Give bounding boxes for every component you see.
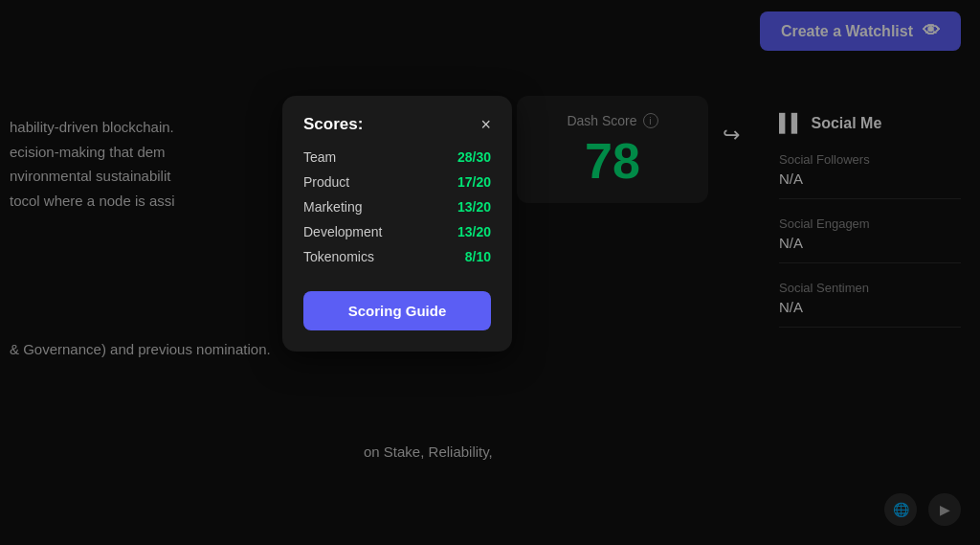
score-label-development: Development [303,224,383,239]
score-value-team: 28/30 [457,149,491,165]
score-label-marketing: Marketing [303,199,362,215]
score-value-development: 13/20 [457,224,491,239]
popup-close-button[interactable]: × [480,116,491,133]
score-value-tokenomics: 8/10 [465,249,491,264]
scores-popup: Scores: × Team 28/30 Product 17/20 Marke… [282,96,512,352]
score-label-team: Team [303,149,336,165]
popup-header: Scores: × [303,115,491,134]
score-row-development: Development 13/20 [303,224,491,239]
score-label-tokenomics: Tokenomics [303,249,374,264]
score-value-product: 17/20 [457,174,491,190]
score-row-marketing: Marketing 13/20 [303,199,491,215]
scoring-guide-button[interactable]: Scoring Guide [303,291,491,330]
popup-title: Scores: [303,115,363,134]
score-row-tokenomics: Tokenomics 8/10 [303,249,491,264]
score-row-team: Team 28/30 [303,149,491,165]
score-value-marketing: 13/20 [457,199,491,215]
score-label-product: Product [303,174,349,190]
score-row-product: Product 17/20 [303,174,491,190]
